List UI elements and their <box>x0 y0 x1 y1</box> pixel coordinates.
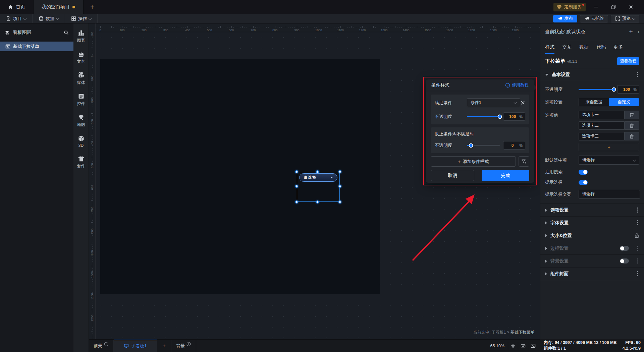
tutorial-link[interactable]: ? 使用教程 <box>505 82 529 88</box>
opacity-slider[interactable] <box>467 116 500 117</box>
section-border[interactable]: 边框设置 <box>540 242 644 255</box>
toolbox-item-chart[interactable]: 图表 <box>77 30 85 43</box>
add-board-button[interactable]: + <box>157 340 171 352</box>
canvas-workspace[interactable]: 请选择 当前选中: 子看板1 > 基础下拉菜单 <box>96 32 540 339</box>
cancel-button[interactable]: 取消 <box>431 170 474 181</box>
delete-option-button[interactable] <box>625 132 639 140</box>
caret-down-icon <box>545 74 548 76</box>
publish-button[interactable]: 发布 <box>553 15 577 22</box>
background-toggle[interactable] <box>620 258 629 263</box>
toolbox-item-text[interactable]: 文本 <box>77 51 85 64</box>
kebab-menu-icon[interactable] <box>636 219 640 227</box>
border-toggle[interactable] <box>620 246 629 251</box>
shortcuts-button[interactable] <box>518 342 528 350</box>
menu-action[interactable]: 操作 <box>65 14 98 23</box>
close-icon <box>629 5 633 9</box>
resize-handle-ne[interactable] <box>338 170 341 173</box>
toolbox-item-kit[interactable]: 套件 <box>77 155 85 169</box>
section-background[interactable]: 背景设置 <box>540 255 644 268</box>
add-option-button[interactable]: + <box>579 143 639 151</box>
lock-icon[interactable] <box>634 233 639 238</box>
custom-option[interactable]: 自定义 <box>609 98 639 106</box>
add-condition-button[interactable]: +添加条件样式 <box>431 156 516 167</box>
default-selected-select[interactable]: 请选择 <box>579 156 639 165</box>
toolbox-item-widget[interactable]: 控件 <box>77 93 85 107</box>
add-foreground-icon[interactable] <box>104 342 109 347</box>
dropdown-component[interactable]: 请选择 <box>299 173 337 182</box>
custom-service-badge[interactable]: 定制服务 <box>553 3 586 11</box>
subboard-tab[interactable]: 子看板1 <box>114 340 157 352</box>
layer-item-dropdown[interactable]: 基础下拉菜单 <box>0 42 73 51</box>
tab-data[interactable]: 数据 <box>579 40 589 54</box>
section-basic-settings[interactable]: 基本设置 <box>540 68 644 81</box>
minimize-button[interactable] <box>589 0 603 14</box>
project-tab[interactable]: 我的空白项目 <box>34 0 84 14</box>
kebab-menu-icon[interactable] <box>636 206 640 214</box>
section-options[interactable]: 选项设置 <box>540 204 644 217</box>
add-state-button[interactable]: + <box>629 28 633 36</box>
opacity-slider[interactable] <box>579 89 614 90</box>
preview-button[interactable]: 预览 <box>611 15 639 22</box>
toolbox-item-map[interactable]: 地图 <box>77 114 85 128</box>
resize-handle-w[interactable] <box>295 185 298 188</box>
kebab-menu-icon[interactable] <box>636 71 640 79</box>
hint-text-input[interactable] <box>579 190 640 199</box>
kebab-menu-icon[interactable] <box>636 244 640 252</box>
background-group[interactable]: 背景 <box>171 340 196 352</box>
kebab-menu-icon[interactable] <box>636 270 640 278</box>
restore-button[interactable] <box>606 0 621 14</box>
resize-handle-nw[interactable] <box>295 170 298 173</box>
fit-screen-button[interactable] <box>508 342 518 350</box>
tab-more[interactable]: 更多 <box>613 40 623 54</box>
add-background-icon[interactable] <box>186 342 191 347</box>
section-size-position[interactable]: 大小&位置 <box>540 229 644 242</box>
menu-project[interactable]: 项目 <box>0 14 33 23</box>
delete-option-button[interactable] <box>625 111 639 119</box>
section-font[interactable]: 字体设置 <box>540 217 644 229</box>
selection-breadcrumb: 当前选中: 子看板1 > 基础下拉菜单 <box>473 330 535 335</box>
delete-option-button[interactable] <box>625 121 639 130</box>
resize-handle-n[interactable] <box>316 170 319 173</box>
filter-sort-button[interactable] <box>519 156 529 167</box>
zoom-level[interactable]: 65.10% <box>487 344 508 348</box>
new-tab-button[interactable]: + <box>84 0 101 14</box>
menu-data[interactable]: 数据 <box>33 14 65 23</box>
section-cover[interactable]: 组件封面 <box>540 268 644 280</box>
tab-code[interactable]: 代码 <box>596 40 606 54</box>
cloud-host-button[interactable]: 云托管 <box>580 15 608 22</box>
enable-search-toggle[interactable] <box>579 170 588 175</box>
from-data-option[interactable]: 来自数据 <box>579 98 609 106</box>
hint-toggle[interactable] <box>579 180 588 185</box>
option-row <box>579 121 639 130</box>
toolbox-item-3d[interactable]: 3D <box>78 135 85 148</box>
tab-style[interactable]: 样式 <box>545 40 554 54</box>
resize-handle-s[interactable] <box>316 200 319 203</box>
done-button[interactable]: 完成 <box>482 170 529 181</box>
condition-select[interactable]: 条件1 <box>467 98 520 107</box>
close-button[interactable] <box>624 0 638 14</box>
foreground-group[interactable]: 前景 <box>89 340 114 352</box>
grid-icon <box>71 16 76 21</box>
fallback-title: 以上条件均不满足时 <box>435 131 525 137</box>
tab-interaction[interactable]: 交互 <box>562 40 572 54</box>
remove-condition-icon[interactable] <box>520 100 525 105</box>
selected-component[interactable]: 请选择 <box>297 172 340 202</box>
option-input-3[interactable] <box>579 132 625 140</box>
option-input-1[interactable] <box>579 111 625 119</box>
chevron-right-icon[interactable]: › <box>638 29 639 35</box>
option-input-2[interactable] <box>579 121 625 130</box>
opacity-input[interactable]: 100% <box>503 112 525 121</box>
resize-handle-se[interactable] <box>338 200 341 203</box>
resize-handle-sw[interactable] <box>295 200 298 203</box>
console-button[interactable] <box>528 342 538 350</box>
resize-handle-e[interactable] <box>338 185 341 188</box>
fallback-opacity-slider[interactable] <box>467 145 500 146</box>
kebab-menu-icon[interactable] <box>636 257 640 265</box>
view-tutorial-button[interactable]: 查看教程 <box>617 57 639 65</box>
home-tab[interactable]: 首页 <box>0 0 34 14</box>
fallback-opacity-input[interactable]: 0% <box>503 141 525 150</box>
search-icon[interactable] <box>64 30 69 35</box>
toolbox-item-media[interactable]: 媒体 <box>77 72 85 85</box>
opacity-input[interactable]: 100% <box>617 85 639 94</box>
options-mode-segment[interactable]: 来自数据 自定义 <box>579 98 639 106</box>
